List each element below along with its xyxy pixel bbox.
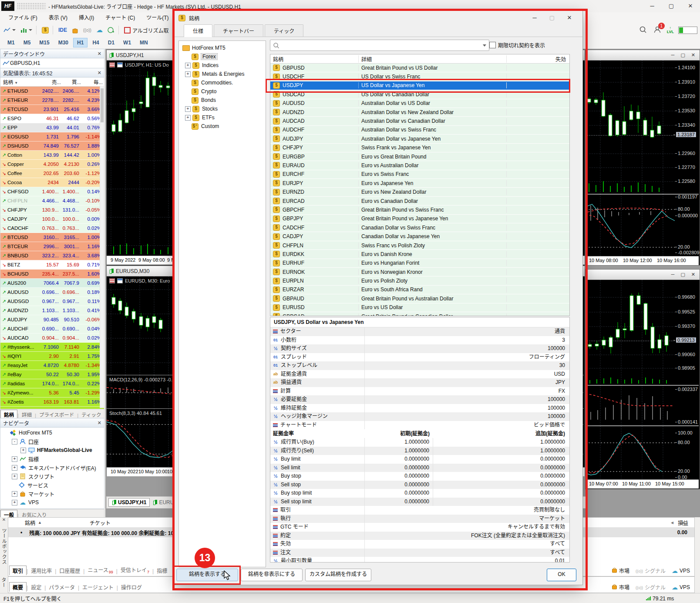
market-watch-row-AUDSGD[interactable]: ↗AUDSGD0.967...0.967...0.11% — [0, 297, 104, 306]
minimize-icon[interactable]: ─ — [671, 272, 675, 277]
link-シグナル[interactable]: ((o))シグナル — [636, 567, 666, 574]
link-市場[interactable]: 市場 — [612, 567, 629, 574]
tab-詳細[interactable]: 詳細 — [19, 410, 35, 419]
dialog-tab-チャートバー[interactable]: チャートバー — [214, 24, 263, 37]
minimize-icon[interactable]: ─ — [643, 0, 662, 12]
market-watch-row-Copper[interactable]: ↘Copper4.20504.21300.26% — [0, 160, 104, 169]
column-change[interactable]: 毎... — [82, 78, 104, 85]
timeframe-w1[interactable]: W1 — [119, 38, 135, 47]
tab-ティック[interactable]: ティック — [78, 410, 104, 419]
navigator-item-VPS[interactable]: +☁VPS — [0, 498, 104, 507]
market-watch-row-#easyJet[interactable]: ↗#easyJet4.87204.8780-1.34% — [0, 361, 104, 370]
symbol-row-AUDCAD[interactable]: $AUDCADAustralian Dollar vs Canadian Dol… — [270, 117, 569, 125]
market-watch-row-CHFJPY[interactable]: ↘CHFJPY130.9...131.0...-0.05% — [0, 205, 104, 215]
column-buy[interactable]: 買... — [62, 78, 82, 85]
tester-tab-操作ログ[interactable]: 操作ログ — [118, 583, 145, 592]
column-sell[interactable]: 売... — [42, 78, 62, 85]
market-watch-row-EOSUSD[interactable]: ↗EOSUSD1.7311.796-1.14% — [0, 132, 104, 141]
symbol-row-EURGBP[interactable]: $EURGBPEuro vs Great Britain Pound — [270, 152, 569, 161]
timeframe-m30[interactable]: M30 — [54, 38, 72, 47]
tree-item-Crypto[interactable]: $Crypto — [179, 87, 266, 96]
expand-icon[interactable]: + — [12, 456, 17, 462]
algo-trading-icon[interactable] — [122, 25, 132, 35]
minimize-icon[interactable]: ─ — [671, 52, 675, 58]
market-watch-row-Cocoa[interactable]: ↘Cocoa24342444-0.20% — [0, 178, 104, 187]
navigator-item-指標[interactable]: +指標 — [0, 455, 104, 463]
right-top-chart-plot[interactable] — [586, 61, 675, 193]
link-シグナル[interactable]: ((o))シグナル — [636, 583, 666, 591]
tab-銘柄[interactable]: 銘柄 — [0, 410, 17, 419]
tree-item-Indices[interactable]: +$Indices — [179, 61, 266, 70]
chevron-down-icon[interactable] — [483, 44, 486, 47]
column-symbol[interactable]: 銘柄 — [25, 519, 35, 526]
expand-icon[interactable]: + — [185, 71, 191, 77]
symbol-row-EURHUF[interactable]: $EURHUFEuro vs Hungarian Forint — [270, 259, 569, 268]
toolbox-tab-受信トレイ[interactable]: 受信トレイ7 — [118, 565, 152, 575]
symbol-row-EURPLN[interactable]: $EURPLNEuro vs Polish Zloty — [270, 276, 569, 285]
dialog-titlebar[interactable]: $ 銘柄 ─ ▢ ✕ — [174, 11, 582, 25]
toolbox-tab-ニュース[interactable]: ニュース99 — [84, 565, 116, 575]
new-order-icon[interactable]: $ — [40, 25, 50, 35]
close-icon[interactable]: ✕ — [98, 70, 101, 76]
spec-row-ヘッジ対象マージン[interactable]: ½ヘッジ対象マージン100000 — [270, 412, 569, 421]
bar-chart-icon[interactable] — [19, 25, 34, 35]
market-bag-icon[interactable] — [70, 25, 80, 35]
menu-item-表示 (V)[interactable]: 表示 (V) — [43, 13, 73, 23]
cloud-icon[interactable]: ☁ — [94, 25, 104, 35]
symbol-row-CADJPY[interactable]: $CADJPYCanadian Dollar vs Japanese Yen — [270, 232, 569, 241]
market-watch-header[interactable]: 気配値表示: 16:45:52 ✕ — [0, 68, 104, 77]
market-watch-row-DSHUSD[interactable]: ↗DSHUSD74.84976.5271.88% — [0, 141, 104, 151]
symbol-row-USDCHF[interactable]: $USDCHFUS Dollar vs Swiss Franc — [270, 72, 569, 81]
spec-row-成行買い(Buy)[interactable]: ½成行買い(Buy)1.00000001.0000000 — [270, 438, 569, 447]
expand-icon[interactable]: + — [185, 115, 191, 121]
algo-trading-label[interactable]: アルゴリズム取 — [132, 27, 169, 34]
spec-row-失効[interactable]: 失効すべて — [270, 540, 569, 549]
spec-row-必要証拠金[interactable]: ½必要証拠金100000 — [270, 395, 569, 404]
right-top-indicator-pane[interactable] — [586, 195, 675, 256]
timeframe-mn[interactable]: MN — [136, 38, 152, 47]
navigator-item-サービス[interactable]: サービス — [0, 481, 104, 489]
market-watch-row-ESPO[interactable]: ↗ESPO46.3146.620.56% — [0, 114, 104, 123]
timeframe-h1[interactable]: H1 — [73, 38, 88, 47]
symbol-row-CHFPLN[interactable]: $CHFPLNSwiss Franc vs Polish Zloty — [270, 241, 569, 250]
chart-window-right-bottom-titlebar[interactable]: ─▢✕ — [586, 269, 700, 280]
symbol-row-EURJPY[interactable]: $EURJPYEuro vs Japanese Yen — [270, 179, 569, 188]
search-icon[interactable] — [639, 26, 647, 35]
timeframe-m1[interactable]: M1 — [3, 38, 19, 47]
tree-item-Metals & Energies[interactable]: +$Metals & Energies — [179, 70, 266, 78]
chart-window-right-top[interactable]: ─▢✕ 1.241001.239101.237201.235301.233401… — [585, 50, 700, 266]
right-bottom-stoch-pane[interactable] — [586, 426, 675, 479]
link-市場[interactable]: 市場 — [612, 583, 629, 591]
toolbox-tab-取引[interactable]: 取引 — [9, 566, 27, 575]
symbol-row-EURCHF[interactable]: $EURCHFEuro vs Swiss Franc — [270, 170, 569, 179]
market-watch-row-BNBUSD[interactable]: ↗BNBUSD323.2...323.4...3.68% — [0, 251, 104, 260]
tester-tab-エージェント[interactable]: エージェント — [79, 583, 117, 592]
dialog-tab-ティック[interactable]: ティック — [265, 24, 303, 37]
market-watch-row-CADJPY[interactable]: ↘CADJPY100.0...100.0...0.00% — [0, 215, 104, 224]
symbol-search-input[interactable] — [270, 40, 489, 51]
tester-tab-設定[interactable]: 設定 — [28, 583, 44, 592]
tab-scroll-right-icon[interactable]: ▸ — [682, 519, 685, 526]
close-icon[interactable]: ✕ — [681, 0, 700, 12]
expand-icon[interactable]: + — [12, 465, 17, 471]
symbol-row-USDJPY[interactable]: $USDJPYUS Dollar vs Japanese Yen — [270, 81, 569, 90]
expand-icon[interactable]: + — [12, 491, 17, 497]
chart-tab-USDJPY,H1[interactable]: USDJPY,H1 — [108, 498, 150, 507]
minimize-icon[interactable]: ─ — [526, 12, 543, 24]
market-watch-scrollbar[interactable] — [100, 86, 104, 408]
column-symbol[interactable]: 銘柄 ▼ — [0, 78, 42, 85]
spec-row-Sell limit[interactable]: ½Sell limit0.00000000.0000000 — [270, 464, 569, 472]
spec-row-執行[interactable]: 執行マーケット — [270, 515, 569, 523]
spec-row-チャートモード[interactable]: チャートモードビッド価格で — [270, 421, 569, 430]
chart-window-right-top-titlebar[interactable]: ─▢✕ — [586, 50, 700, 61]
data-window-symbol-row[interactable]: GBPUSD,H1 — [0, 58, 104, 68]
hide-symbol-button[interactable]: 銘柄を非表示にする — [241, 569, 303, 581]
tester-tab-概要[interactable]: 概要 — [9, 582, 27, 592]
market-watch-row-AUDUSD[interactable]: ↗AUDUSD0.696...0.696...0.18% — [0, 288, 104, 297]
navigator-item-口座[interactable]: -口座 — [0, 437, 104, 446]
market-watch-row-#eBay[interactable]: ↗#eBay50.2250.301.95% — [0, 370, 104, 379]
spec-row-取引[interactable]: 取引売買制限なし — [270, 506, 569, 515]
spec-row-注文[interactable]: 注文すべて — [270, 549, 569, 557]
symbol-row-USDCAD[interactable]: $USDCADUS Dollar vs Canadian Dollar — [270, 90, 569, 99]
tree-item-Stocks[interactable]: +$Stocks — [179, 104, 266, 113]
